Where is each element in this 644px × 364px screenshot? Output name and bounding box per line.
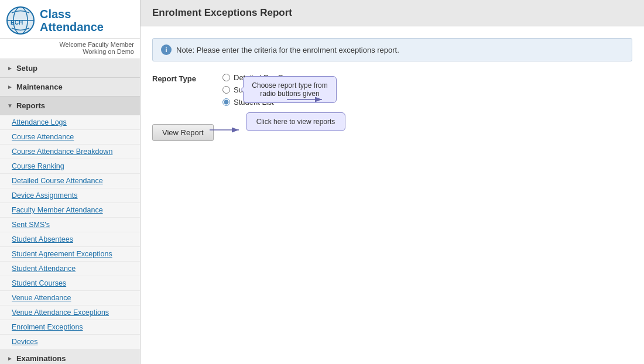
info-icon: i	[161, 44, 172, 55]
nav-section-maintenance[interactable]: ► Maintenance	[0, 78, 140, 97]
nav-item-student-agreement-exceptions[interactable]: Student Agreement Exceptions	[0, 247, 140, 262]
nav-item-device-assignments[interactable]: Device Assignments	[0, 188, 140, 203]
nav-header-setup[interactable]: ► Setup	[0, 59, 140, 78]
page-title: Enrolment Exceptions Report	[141, 0, 644, 26]
nav-header-examinations[interactable]: ► Examinations	[0, 349, 140, 364]
nav-header-maintenance[interactable]: ► Maintenance	[0, 78, 140, 97]
callout-report-type: Choose report type from radio buttons gi…	[243, 76, 337, 103]
nav-item-student-courses[interactable]: Student Courses	[0, 276, 140, 291]
nav-item-enrolment-exceptions[interactable]: Enrolment Exceptions	[0, 320, 140, 335]
nav-item-venue-attendance[interactable]: Venue Attendance	[0, 291, 140, 305]
radio-student-list[interactable]	[222, 98, 230, 106]
chevron-right-icon: ►	[7, 355, 13, 362]
callout-report-type-text: Choose report type from radio buttons gi…	[252, 81, 327, 98]
nav-item-attendance-logs[interactable]: Attendance Logs	[0, 115, 140, 130]
app-logo-icon: ECH	[6, 6, 35, 35]
view-report-arrow-svg	[210, 124, 245, 136]
form-section: Report Type Detailed Per Course Summary …	[152, 73, 632, 107]
form-row-report-type: Report Type Detailed Per Course Summary …	[152, 73, 632, 107]
view-report-button[interactable]: View Report	[152, 124, 214, 141]
main-content: Enrolment Exceptions Report i Note: Plea…	[141, 0, 644, 364]
chevron-right-icon: ►	[7, 65, 13, 71]
nav-item-course-ranking[interactable]: Course Ranking	[0, 159, 140, 174]
nav-item-detailed-course-attendance[interactable]: Detailed Course Attendance	[0, 174, 140, 188]
sidebar: ECH ClassAttendance Welcome Faculty Memb…	[0, 0, 141, 364]
app-title: ClassAttendance	[40, 8, 104, 33]
radio-summary[interactable]	[222, 86, 230, 94]
page-body: i Note: Please enter the criteria for th…	[141, 26, 644, 153]
nav-section-setup[interactable]: ► Setup	[0, 59, 140, 78]
reports-submenu: Attendance Logs Course Attendance Course…	[0, 115, 140, 349]
nav-header-reports[interactable]: ▼ Reports	[0, 97, 140, 115]
nav-item-sent-sms[interactable]: Sent SMS's	[0, 218, 140, 232]
radio-detailed[interactable]	[222, 74, 230, 81]
nav-item-course-attendance-breakdown[interactable]: Course Attendance Breakdown	[0, 145, 140, 159]
chevron-right-icon: ►	[7, 84, 13, 90]
report-type-label: Report Type	[152, 73, 222, 83]
svg-text:ECH: ECH	[11, 19, 23, 26]
welcome-text: Welcome Faculty Member Working on Demo	[0, 39, 140, 59]
view-report-area: View Report Click here to view reports	[152, 118, 632, 141]
callout-view-report: Click here to view reports	[246, 112, 345, 131]
nav-item-venue-attendance-exceptions[interactable]: Venue Attendance Exceptions	[0, 305, 140, 320]
chevron-down-icon: ▼	[7, 102, 13, 109]
nav-item-student-absentees[interactable]: Student Absentees	[0, 232, 140, 247]
note-text: Note: Please enter the criteria for the …	[176, 46, 399, 54]
callout-view-report-text: Click here to view reports	[256, 118, 335, 126]
note-box: i Note: Please enter the criteria for th…	[152, 38, 632, 61]
nav-item-faculty-member-attendance[interactable]: Faculty Member Attendance	[0, 203, 140, 218]
logo-text: ClassAttendance	[40, 8, 104, 33]
logo-area: ECH ClassAttendance	[0, 0, 140, 39]
nav-section-reports: ▼ Reports Attendance Logs Course Attenda…	[0, 97, 140, 349]
nav-section-examinations[interactable]: ► Examinations	[0, 349, 140, 364]
nav-item-course-attendance[interactable]: Course Attendance	[0, 130, 140, 145]
nav-item-student-attendance[interactable]: Student Attendance	[0, 262, 140, 276]
nav-item-devices[interactable]: Devices	[0, 335, 140, 349]
